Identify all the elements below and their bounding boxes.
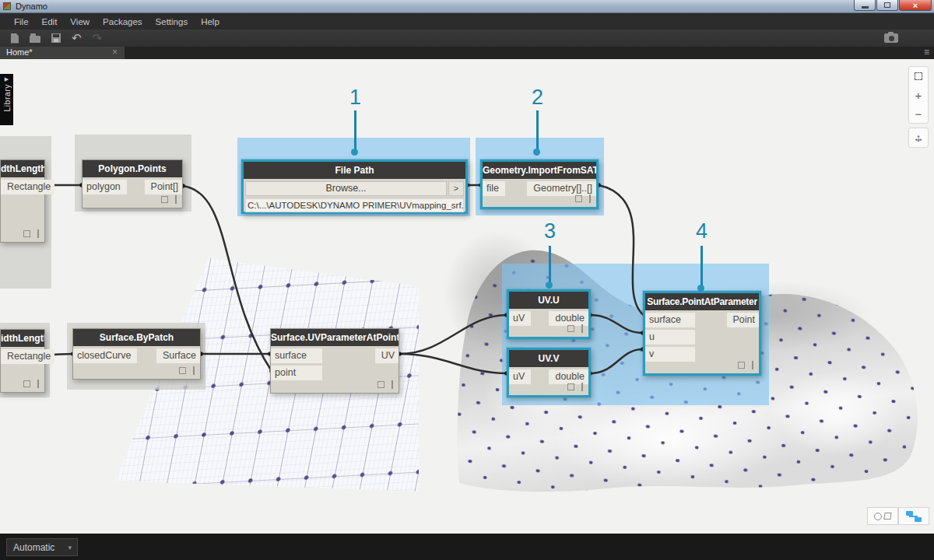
node-surface-pointatparameter[interactable]: Surface.PointAtParameter surface Point u… <box>643 291 761 376</box>
preview-lamp[interactable] <box>581 324 584 333</box>
run-mode-value: Automatic <box>13 542 54 553</box>
preview-checkbox[interactable] <box>738 362 745 369</box>
preview-checkbox[interactable] <box>23 230 30 237</box>
node-title[interactable]: Surface.PointAtParameter <box>645 293 759 310</box>
preview-lamp[interactable] <box>581 383 584 391</box>
zoom-out-button[interactable]: − <box>909 104 928 123</box>
preview-lamp[interactable] <box>193 366 195 375</box>
preview-lamp[interactable] <box>37 229 40 238</box>
geometry-preview-toggle[interactable] <box>867 507 898 525</box>
callout-number-1: 1 <box>349 86 361 110</box>
port-out-rectangle[interactable]: Rectangle <box>1 349 54 364</box>
new-file-button[interactable] <box>11 32 19 44</box>
node-graph-icon <box>906 511 922 522</box>
tab-overflow-menu-icon[interactable]: ≡ <box>924 47 929 58</box>
node-title[interactable]: Surface.ByPatch <box>73 329 200 346</box>
geometry-cube-icon <box>883 513 891 520</box>
node-title[interactable]: UV.U <box>509 292 588 309</box>
port-out-filepath[interactable]: > <box>448 181 464 196</box>
node-uv-u[interactable]: UV.U uV double <box>507 289 591 339</box>
redo-button[interactable]: ↷ <box>93 32 103 44</box>
node-geometry-importfromsat[interactable]: Geometry.ImportFromSAT file Geometry[]..… <box>480 159 599 209</box>
preview-checkbox[interactable] <box>575 195 582 202</box>
pan-button[interactable]: ↔ ↕ <box>908 128 929 148</box>
port-in-surface[interactable]: surface <box>271 348 322 363</box>
zoom-in-button[interactable]: + <box>909 86 928 104</box>
port-in-point[interactable]: point <box>271 366 322 380</box>
close-button[interactable]: × <box>899 0 932 11</box>
tab-home[interactable]: Home* <box>0 47 125 59</box>
save-icon <box>51 33 61 43</box>
tab-home-label: Home* <box>6 47 33 57</box>
preview-checkbox[interactable] <box>161 196 168 203</box>
port-in-v[interactable]: v <box>645 347 695 362</box>
port-in-polygon[interactable]: polygon <box>83 180 127 194</box>
callout-dot-1 <box>351 149 358 156</box>
preview-checkbox[interactable] <box>377 381 384 388</box>
node-title[interactable]: File Path <box>244 162 465 179</box>
window-title: Dynamo <box>16 2 47 11</box>
port-out-rectangle[interactable]: Rectangle <box>1 180 54 194</box>
fit-view-icon <box>915 72 922 80</box>
node-rectangle-bywidthlength-top[interactable]: dthLength Rectangle <box>0 159 45 243</box>
port-out-uv[interactable]: UV <box>375 348 399 363</box>
node-surface-bypatch[interactable]: Surface.ByPatch closedCurve Surface <box>72 328 201 380</box>
preview-checkbox[interactable] <box>567 325 574 332</box>
browse-button[interactable]: Browse... <box>245 181 447 196</box>
geometry-circle-icon <box>874 513 882 520</box>
preview-checkbox[interactable] <box>567 383 574 390</box>
port-in-u[interactable]: u <box>645 330 695 345</box>
node-title[interactable]: Polygon.Points <box>83 160 182 177</box>
node-title[interactable]: Surface.UVParameterAtPoint <box>271 329 399 346</box>
node-polygon-points[interactable]: Polygon.Points polygon Point[] <box>82 159 183 208</box>
chevron-down-icon: ▾ <box>68 544 72 551</box>
callout-dot-4 <box>697 285 704 292</box>
graph-view-toggle[interactable] <box>898 507 929 525</box>
tool-bar: ↶ ↷ <box>0 30 934 47</box>
node-title[interactable]: UV.V <box>509 350 588 367</box>
open-file-button[interactable] <box>30 32 40 44</box>
save-button[interactable] <box>51 32 61 44</box>
preview-checkbox[interactable] <box>23 380 30 387</box>
workspace-canvas[interactable]: dthLength Rectangle Polygon.Points polyg… <box>0 59 934 534</box>
preview-lamp[interactable] <box>752 361 754 369</box>
undo-button[interactable]: ↶ <box>72 32 82 44</box>
node-title[interactable]: dthLength <box>1 160 44 177</box>
port-in-uv[interactable]: uV <box>509 311 531 326</box>
restore-button[interactable] <box>876 0 898 11</box>
wire <box>399 315 507 354</box>
menu-packages[interactable]: Packages <box>103 17 142 26</box>
run-mode-dropdown[interactable]: Automatic ▾ <box>6 538 78 556</box>
port-in-file[interactable]: file <box>483 181 505 196</box>
library-flyout-tab[interactable]: ▶ Library <box>0 74 13 125</box>
node-title[interactable]: idthLength <box>1 330 44 347</box>
preview-lamp[interactable] <box>589 194 592 203</box>
port-in-uv[interactable]: uV <box>509 369 531 384</box>
port-in-closedcurve[interactable]: closedCurve <box>73 348 137 363</box>
menu-file[interactable]: File <box>14 17 29 26</box>
node-file-path[interactable]: File Path Browse... > C:\...\AUTODESK\DY… <box>241 159 468 214</box>
preview-lamp[interactable] <box>392 380 394 389</box>
callout-dot-3 <box>546 282 553 289</box>
preview-lamp[interactable] <box>37 380 40 388</box>
port-out-point-list[interactable]: Point[] <box>145 180 182 194</box>
preview-lamp[interactable] <box>175 195 177 204</box>
callout-line-1 <box>354 110 356 151</box>
node-title[interactable]: Geometry.ImportFromSAT <box>483 162 596 179</box>
node-uv-v[interactable]: UV.V uV double <box>507 348 591 397</box>
tab-close-icon[interactable]: × <box>112 47 118 58</box>
node-surface-uvparameteratpoint[interactable]: Surface.UVParameterAtPoint surface UV po… <box>270 328 399 394</box>
zoom-fit-button[interactable] <box>909 67 928 86</box>
preview-checkbox[interactable] <box>179 367 186 374</box>
menu-view[interactable]: View <box>70 17 90 26</box>
menu-help[interactable]: Help <box>201 17 219 26</box>
file-path-value[interactable]: C:\...\AUTODESK\DYNAMO PRIMER\UVmapping_… <box>245 198 464 212</box>
menu-settings[interactable]: Settings <box>156 17 188 26</box>
port-in-surface[interactable]: surface <box>645 313 695 327</box>
port-out-surface[interactable]: Surface <box>156 348 200 363</box>
menu-edit[interactable]: Edit <box>42 17 58 26</box>
port-out-point[interactable]: Point <box>727 313 760 327</box>
minimize-button[interactable] <box>854 0 876 11</box>
node-rectangle-bywidthlength-bottom[interactable]: idthLength Rectangle <box>0 329 45 393</box>
export-image-button camera-icon[interactable] <box>884 33 898 43</box>
